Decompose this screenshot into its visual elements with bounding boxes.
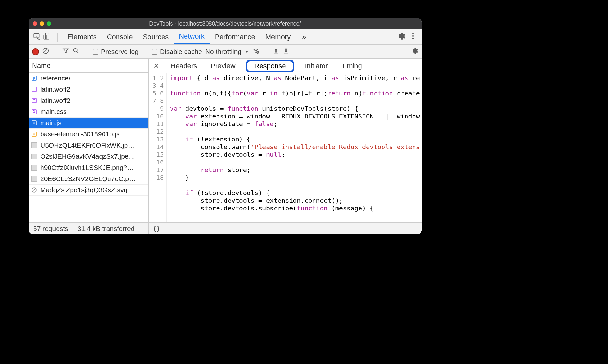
svg-point-5 [412, 38, 414, 39]
svg-file-icon [31, 187, 37, 193]
js-file-icon [31, 120, 37, 126]
pretty-print-button[interactable]: {} [149, 222, 422, 234]
request-row[interactable]: 20E6CLcSzNV2GELQu7oC.p… [29, 173, 148, 185]
devtools-window: DevTools - localhost:8080/docs/devtools/… [29, 18, 422, 234]
clear-icon[interactable] [42, 47, 49, 56]
network-conditions-icon[interactable] [252, 47, 259, 56]
request-name: main.js [40, 119, 62, 127]
main-tab-network[interactable]: Network [174, 29, 210, 44]
download-har-icon[interactable] [283, 47, 290, 56]
css-file-icon [31, 109, 37, 115]
inspect-element-icon[interactable] [33, 32, 41, 42]
js-file-icon [31, 131, 37, 137]
main-tab-bar: ElementsConsoleSourcesNetworkPerformance… [29, 29, 422, 45]
img-file-icon [31, 154, 37, 159]
requests-panel: Name reference/Tlatin.woff2Tlatin.woff2m… [29, 59, 149, 234]
svg-point-27 [33, 134, 34, 135]
img-file-icon [31, 142, 37, 148]
request-name: U5OHzQL4tEKFr6OFlxWK.jp… [40, 141, 134, 149]
main-tab-elements[interactable]: Elements [62, 29, 102, 44]
search-icon[interactable] [72, 47, 80, 56]
detail-tab-initiator[interactable]: Initiator [301, 61, 331, 72]
request-name: 20E6CLcSzNV2GELQu7oC.p… [40, 175, 136, 183]
request-name: latin.woff2 [40, 97, 70, 104]
upload-har-icon[interactable] [272, 47, 279, 56]
record-button[interactable] [32, 48, 39, 55]
settings-icon[interactable] [397, 32, 406, 42]
line-gutter: 1 2 3 4 5 6 7 8 9 10 11 12 13 14 15 16 1… [149, 73, 167, 222]
checkbox-icon [152, 49, 157, 55]
response-body: 1 2 3 4 5 6 7 8 9 10 11 12 13 14 15 16 1… [149, 73, 422, 222]
detail-tab-headers[interactable]: Headers [167, 61, 200, 72]
window-title: DevTools - localhost:8080/docs/devtools/… [29, 20, 422, 27]
doc-file-icon [31, 75, 37, 81]
request-row[interactable]: reference/ [29, 73, 148, 84]
transferred-size: 31.4 kB transferred [73, 223, 140, 234]
request-row[interactable]: h90CtfziXluvh1LSSKJE.png?… [29, 162, 148, 173]
request-name: MadqZslZpo1sj3qQ3GsZ.svg [40, 186, 127, 194]
request-row[interactable]: base-element-3018901b.js [29, 129, 148, 140]
svg-rect-13 [284, 53, 288, 53]
request-row[interactable]: O2slJEHG9avKV4aqzSx7.jpe… [29, 151, 148, 162]
main-tab-sources[interactable]: Sources [138, 29, 174, 44]
dropdown-caret-icon: ▼ [245, 49, 249, 54]
checkbox-icon [93, 49, 98, 55]
separator [57, 33, 58, 42]
requests-count: 57 requests [29, 223, 73, 234]
svg-point-8 [74, 49, 77, 52]
detail-tab-preview[interactable]: Preview [207, 61, 239, 72]
requests-list: reference/Tlatin.woff2Tlatin.woff2main.c… [29, 73, 148, 222]
request-details-panel: ✕ HeadersPreviewResponseInitiatorTiming … [149, 59, 422, 234]
detail-tab-bar: ✕ HeadersPreviewResponseInitiatorTiming [149, 59, 422, 73]
svg-line-30 [33, 188, 36, 192]
font-file-icon: T [31, 87, 37, 92]
network-settings-icon[interactable] [411, 47, 418, 56]
request-name: O2slJEHG9avKV4aqzSx7.jpe… [40, 153, 135, 160]
main-tab-console[interactable]: Console [102, 29, 138, 44]
titlebar: DevTools - localhost:8080/docs/devtools/… [29, 18, 422, 29]
svg-point-3 [412, 33, 414, 34]
svg-rect-26 [32, 132, 36, 136]
network-toolbar: Preserve log Disable cache No throttling… [29, 45, 422, 59]
network-body: Name reference/Tlatin.woff2Tlatin.woff2m… [29, 59, 422, 234]
request-row[interactable]: MadqZslZpo1sj3qQ3GsZ.svg [29, 185, 148, 196]
kebab-menu-icon[interactable] [409, 32, 417, 42]
svg-point-28 [34, 134, 35, 135]
main-tab-memory[interactable]: Memory [260, 29, 296, 44]
more-tabs-button[interactable]: » [297, 29, 311, 44]
requests-status-bar: 57 requests 31.4 kB transferred [29, 222, 148, 234]
svg-point-25 [34, 123, 35, 124]
svg-point-10 [255, 52, 256, 53]
window-controls [33, 21, 51, 26]
disable-cache-toggle[interactable]: Disable cache [152, 48, 202, 56]
svg-rect-12 [274, 53, 278, 53]
svg-rect-2 [44, 35, 46, 39]
filter-icon[interactable] [62, 47, 69, 56]
detail-tab-timing[interactable]: Timing [338, 61, 365, 72]
response-tab-highlight: Response [246, 60, 294, 72]
request-row[interactable]: Tlatin.woff2 [29, 84, 148, 95]
request-row[interactable]: main.css [29, 106, 148, 118]
throttling-select[interactable]: No throttling ▼ [205, 48, 249, 56]
minimize-window-button[interactable] [40, 21, 44, 26]
request-name: h90CtfziXluvh1LSSKJE.png?… [40, 164, 134, 171]
close-details-button[interactable]: ✕ [151, 62, 161, 70]
svg-rect-23 [32, 121, 36, 125]
request-row[interactable]: main.js [29, 118, 148, 129]
device-toolbar-icon[interactable] [43, 32, 51, 42]
request-name: reference/ [40, 74, 71, 82]
request-name: latin.woff2 [40, 86, 70, 93]
maximize-window-button[interactable] [47, 21, 51, 26]
code-content[interactable]: import { d as directive, N as NodePart, … [167, 73, 422, 222]
svg-line-7 [44, 49, 48, 53]
request-row[interactable]: U5OHzQL4tEKFr6OFlxWK.jp… [29, 140, 148, 151]
detail-tab-response[interactable]: Response [251, 61, 289, 71]
preserve-log-toggle[interactable]: Preserve log [93, 48, 139, 56]
svg-line-9 [77, 52, 79, 53]
svg-rect-0 [34, 33, 39, 38]
main-tab-performance[interactable]: Performance [210, 29, 260, 44]
close-window-button[interactable] [33, 21, 37, 26]
img-file-icon [31, 176, 37, 182]
name-column-header[interactable]: Name [29, 59, 148, 73]
request-row[interactable]: Tlatin.woff2 [29, 95, 148, 106]
